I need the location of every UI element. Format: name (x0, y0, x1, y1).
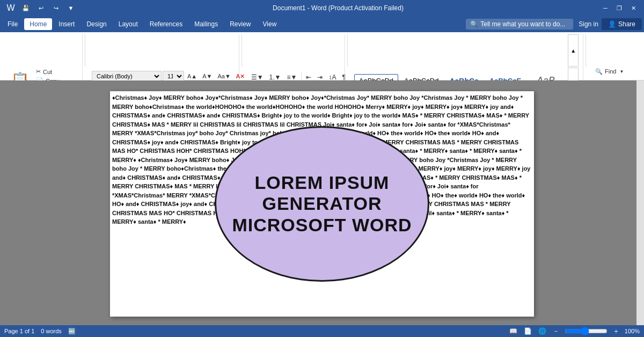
redo-icon[interactable]: ↪ (49, 2, 62, 14)
menu-design[interactable]: Design (81, 18, 112, 30)
overlay-title-line3: MICROSOFT WORD (232, 215, 412, 236)
find-button[interactable]: 🔍 Find ▼ (592, 67, 626, 77)
zoom-out-button[interactable]: － (552, 327, 560, 336)
menu-mailings[interactable]: Mailings (189, 18, 223, 30)
web-layout-button[interactable]: 🌐 (537, 327, 547, 335)
page-info: Page 1 of 1 (4, 328, 34, 334)
save-icon[interactable]: 💾 (19, 2, 32, 14)
document-area[interactable]: ♦Christmas♦ Joy♦ MERRY boho♦ Joy♦*Christ… (0, 80, 644, 325)
change-case-button[interactable]: Aa▼ (215, 72, 232, 80)
vertical-scrollbar[interactable] (636, 80, 644, 325)
menu-review[interactable]: Review (224, 18, 256, 30)
search-placeholder: Tell me what you want to do... (480, 20, 565, 28)
menu-insert[interactable]: Insert (53, 18, 80, 30)
cut-button[interactable]: ✂ Cut (35, 68, 78, 76)
title-bar: W 💾 ↩ ↪ ▼ Document1 - Word (Product Acti… (0, 0, 644, 16)
menu-layout[interactable]: Layout (113, 18, 143, 30)
menu-references[interactable]: References (144, 18, 188, 30)
right-status: 📖 📄 🌐 － ＋ 100% (508, 327, 640, 336)
font-name-row: Calibri (Body) 11 A▲ A▼ Aa▼ A✕ (92, 71, 247, 82)
search-icon: 🔍 (470, 20, 478, 28)
tell-me-search[interactable]: 🔍 Tell me what you want to do... (466, 19, 573, 30)
close-icon[interactable]: ✕ (627, 2, 640, 14)
separator (85, 34, 85, 67)
font-size-select[interactable]: 11 (163, 71, 184, 82)
minimize-icon[interactable]: ─ (599, 2, 612, 14)
zoom-slider[interactable] (565, 327, 608, 335)
share-button[interactable]: 👤 Share (602, 18, 642, 30)
font-grow-button[interactable]: A▲ (185, 72, 199, 80)
word-count: 0 words (41, 328, 62, 334)
customize-quick-access-icon[interactable]: ▼ (64, 2, 77, 14)
share-icon: 👤 (608, 20, 616, 28)
find-icon: 🔍 (595, 68, 603, 75)
print-layout-button[interactable]: 📄 (523, 327, 533, 335)
document-page[interactable]: ♦Christmas♦ Joy♦ MERRY boho♦ Joy♦*Christ… (110, 91, 534, 317)
menu-file[interactable]: File (2, 18, 23, 30)
lorem-ipsum-bubble: LOREM IPSUM GENERATOR MICROSOFT WORD (215, 126, 429, 282)
window-control-icons: ─ ❐ ✕ (599, 2, 640, 14)
cut-icon: ✂ (36, 68, 41, 75)
separator2 (241, 34, 242, 67)
menu-bar: File Home Insert Design Layout Reference… (0, 16, 644, 32)
app-icon: W (4, 2, 17, 14)
status-bar: Page 1 of 1 0 words 🔤 📖 📄 🌐 － ＋ 100% (0, 325, 644, 337)
window-title: Document1 - Word (Product Activation Fai… (77, 4, 599, 12)
separator4 (586, 34, 586, 67)
ribbon: 📋 Paste ✂ Cut 📄 Copy 🖌 (0, 32, 644, 80)
title-left-icons: W 💾 ↩ ↪ ▼ (4, 2, 77, 14)
read-mode-button[interactable]: 📖 (508, 327, 518, 335)
zoom-percentage: 100% (625, 328, 640, 334)
overlay-title-line1: LOREM IPSUM (255, 172, 390, 193)
language-icon[interactable]: 🔤 (68, 328, 76, 335)
font-name-select[interactable]: Calibri (Body) (92, 71, 162, 82)
menu-view[interactable]: View (258, 18, 282, 30)
sign-in-link[interactable]: Sign in (579, 20, 598, 28)
styles-scroll-up[interactable]: ▲ (568, 34, 579, 67)
menu-home[interactable]: Home (24, 18, 52, 30)
font-shrink-button[interactable]: A▼ (200, 72, 214, 80)
zoom-in-button[interactable]: ＋ (612, 327, 620, 336)
overlay-title-line2: GENERATOR (262, 193, 382, 214)
separator3 (347, 34, 348, 67)
undo-icon[interactable]: ↩ (34, 2, 47, 14)
restore-icon[interactable]: ❐ (613, 2, 626, 14)
